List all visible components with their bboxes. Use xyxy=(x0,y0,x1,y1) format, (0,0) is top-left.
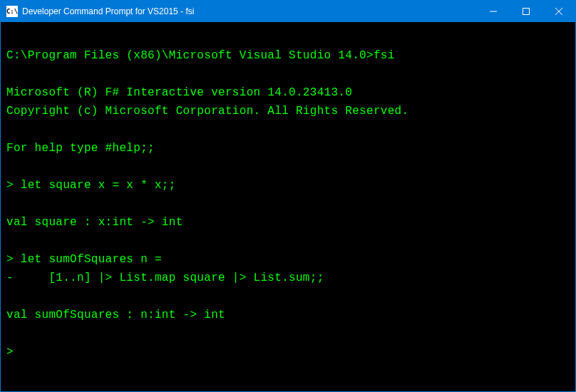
terminal-line: > let sumOfSquares n = xyxy=(6,250,570,269)
terminal-line xyxy=(6,324,570,343)
terminal-line: val square : x:int -> int xyxy=(6,213,570,232)
close-button[interactable] xyxy=(542,1,575,22)
terminal-line: > xyxy=(6,343,570,361)
maximize-icon xyxy=(523,8,530,15)
minimize-icon xyxy=(490,8,497,15)
minimize-button[interactable] xyxy=(477,1,510,22)
terminal-line: - [1..n] |> List.map square |> List.sum;… xyxy=(6,269,570,287)
app-icon: C:\ xyxy=(6,6,18,17)
terminal-line xyxy=(6,195,570,213)
terminal-line xyxy=(6,28,570,46)
terminal-line xyxy=(6,287,570,306)
window-controls xyxy=(477,1,575,22)
window-title: Developer Command Prompt for VS2015 - fs… xyxy=(22,6,477,16)
terminal-output[interactable]: C:\Program Files (x86)\Microsoft Visual … xyxy=(1,22,575,367)
terminal-line: Microsoft (R) F# Interactive version 14.… xyxy=(6,83,570,102)
terminal-line xyxy=(6,65,570,83)
terminal-line: For help type #help;; xyxy=(6,139,570,158)
terminal-line xyxy=(6,232,570,250)
close-icon xyxy=(555,8,562,15)
app-icon-label: C:\ xyxy=(6,8,18,15)
maximize-button[interactable] xyxy=(510,1,542,22)
svg-rect-1 xyxy=(523,9,530,15)
terminal-line: val sumOfSquares : n:int -> int xyxy=(6,306,570,324)
terminal-line xyxy=(6,120,570,139)
terminal-line: > let square x = x * x;; xyxy=(6,176,570,195)
terminal-line xyxy=(6,158,570,176)
window-titlebar: C:\ Developer Command Prompt for VS2015 … xyxy=(1,1,575,22)
terminal-line: Copyright (c) Microsoft Corporation. All… xyxy=(6,102,570,120)
terminal-line: C:\Program Files (x86)\Microsoft Visual … xyxy=(6,46,570,65)
